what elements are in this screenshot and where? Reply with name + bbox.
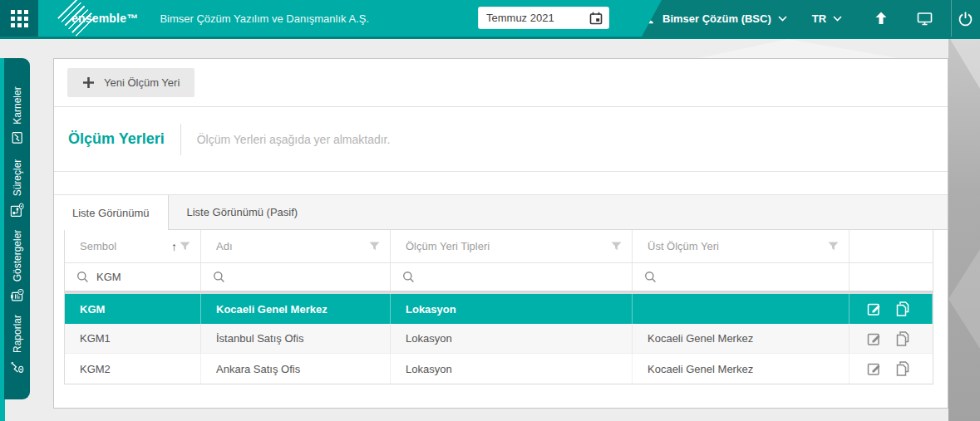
filter-cell-actions — [849, 263, 933, 291]
table-filter-row: KGM — [65, 263, 933, 291]
edit-button[interactable] — [866, 330, 883, 347]
grid-icon — [11, 10, 28, 27]
display-button[interactable] — [917, 12, 933, 26]
cell-tip: Lokasyon — [391, 324, 633, 353]
app-launcher-button[interactable] — [0, 0, 38, 37]
tab-liste-gorunumu[interactable]: Liste Görünümü — [54, 195, 169, 230]
column-header-olcum-yeri-tipleri[interactable]: Ölçüm Yeri Tipleri — [391, 230, 633, 262]
user-menu[interactable]: Bimser Çözüm (BSC) — [642, 12, 787, 26]
tabs-spacer — [54, 172, 948, 194]
sidebar-item-surecler[interactable]: Süreçler — [4, 152, 30, 223]
upload-button[interactable] — [874, 11, 889, 26]
header-underline — [0, 37, 980, 39]
tab-liste-gorunumu-pasif[interactable]: Liste Görünümü (Pasif) — [169, 195, 317, 229]
cell-adi: Kocaeli Genel Merkez — [201, 294, 391, 324]
top-header-bar: ensemble™ Bimser Çözüm Yazılım ve Danışm… — [0, 0, 980, 37]
cell-actions — [849, 294, 933, 324]
table-header-row: Sembol ↑ Adı Ölçüm Yeri Tipleri — [65, 230, 933, 263]
period-date-picker[interactable]: Temmuz 2021 — [478, 7, 609, 29]
column-label: Sembol — [80, 240, 171, 252]
karneler-icon — [11, 131, 24, 144]
user-menu-label: Bimser Çözüm (BSC) — [662, 12, 771, 25]
copy-icon — [895, 360, 910, 377]
language-selector[interactable]: TR — [812, 12, 842, 25]
cell-actions — [849, 324, 933, 353]
company-name: Bimser Çözüm Yazılım ve Danışmanlık A.Ş. — [160, 12, 369, 25]
cell-actions — [849, 354, 933, 384]
search-icon — [213, 271, 225, 283]
content-card: Yeni Ölçüm Yeri Ölçüm Yerleri Ölçüm Yerl… — [53, 58, 948, 409]
title-divider — [180, 124, 181, 155]
filter-input-adi[interactable] — [201, 263, 391, 291]
date-picker-value: Temmuz 2021 — [486, 12, 589, 24]
copy-icon — [895, 330, 910, 347]
cell-sembol: KGM2 — [65, 354, 201, 384]
logout-button[interactable] — [952, 0, 980, 37]
search-icon — [76, 271, 89, 283]
copy-button[interactable] — [895, 360, 910, 377]
edit-button[interactable] — [866, 360, 883, 377]
filter-input-sembol[interactable]: KGM — [65, 263, 201, 291]
column-label: Ölçüm Yeri Tipleri — [406, 240, 611, 252]
table-row[interactable]: KGM2 Ankara Satış Ofis Lokasyon Kocaeli … — [65, 354, 933, 384]
cell-tip: Lokasyon — [391, 294, 633, 324]
new-measurement-place-button[interactable]: Yeni Ölçüm Yeri — [67, 68, 195, 97]
cell-ust — [633, 294, 849, 324]
table-row[interactable]: KGM Kocaeli Genel Merkez Lokasyon — [65, 294, 933, 324]
sidebar-item-label: Süreçler — [12, 159, 23, 196]
language-label: TR — [812, 12, 826, 25]
cell-ust: Kocaeli Genel Merkez — [633, 354, 849, 384]
cell-adi: Ankara Satış Ofis — [201, 354, 391, 384]
raporlar-icon — [10, 360, 24, 374]
copy-button[interactable] — [895, 301, 910, 317]
copy-button[interactable] — [895, 330, 910, 347]
background-facet — [948, 39, 980, 421]
table-row[interactable]: KGM1 İstanbul Satış Ofis Lokasyon Kocael… — [65, 324, 933, 354]
filter-icon[interactable] — [369, 242, 380, 251]
tab-strip: Liste Görünümü Liste Görünümü (Pasif) — [54, 194, 948, 230]
sidebar-item-gostergeler[interactable]: Göstergeler — [4, 224, 30, 307]
sidebar-item-label: Raporlar — [12, 314, 23, 352]
search-icon — [402, 271, 415, 283]
page-subtitle: Ölçüm Yerleri aşağıda yer almaktadır. — [197, 133, 391, 146]
background-facet — [698, 39, 898, 58]
header-right-section: Bimser Çözüm (BSC) TR — [642, 0, 980, 37]
ensemble-logo: ensemble™ — [63, 0, 138, 37]
column-header-sembol[interactable]: Sembol ↑ — [65, 230, 201, 262]
app-root: ensemble™ Bimser Çözüm Yazılım ve Danışm… — [0, 0, 980, 421]
column-label: Üst Ölçüm Yeri — [648, 240, 828, 252]
cell-tip: Lokasyon — [391, 354, 633, 384]
sidebar: Karneler Süreçler — [4, 58, 30, 399]
filter-icon[interactable] — [180, 242, 190, 251]
logo-text: ensemble™ — [71, 12, 138, 25]
column-label: Adı — [216, 240, 369, 252]
plus-icon — [82, 76, 95, 89]
edit-button[interactable] — [866, 301, 883, 317]
edit-icon — [866, 360, 883, 377]
sidebar-item-karneler[interactable]: Karneler — [4, 80, 30, 151]
filter-icon[interactable] — [828, 242, 839, 251]
filter-input-ust[interactable] — [633, 263, 849, 291]
monitor-icon — [917, 12, 933, 26]
filter-input-tip[interactable] — [391, 263, 633, 291]
column-header-adi[interactable]: Adı — [201, 230, 391, 262]
title-row: Ölçüm Yerleri Ölçüm Yerleri aşağıda yer … — [54, 107, 948, 172]
page-title: Ölçüm Yerleri — [68, 130, 165, 148]
filter-value: KGM — [96, 271, 121, 283]
gostergeler-icon — [10, 288, 24, 302]
search-icon — [644, 271, 657, 283]
column-header-ust-olcum-yeri[interactable]: Üst Ölçüm Yeri — [633, 230, 849, 262]
cell-ust: Kocaeli Genel Merkez — [633, 324, 849, 353]
column-header-actions — [849, 230, 933, 262]
chevron-down-icon — [833, 16, 842, 22]
power-icon — [958, 11, 973, 27]
cell-sembol: KGM — [65, 294, 201, 324]
edit-icon — [866, 301, 883, 317]
cell-sembol: KGM1 — [65, 324, 201, 353]
sidebar-item-raporlar[interactable]: Raporlar — [4, 308, 30, 379]
tab-label: Liste Görünümü (Pasif) — [187, 206, 298, 218]
measurement-places-table: Sembol ↑ Adı Ölçüm Yeri Tipleri — [64, 230, 933, 384]
toolbar: Yeni Ölçüm Yeri — [54, 59, 948, 107]
filter-icon[interactable] — [611, 242, 622, 251]
sort-asc-icon: ↑ — [171, 240, 177, 253]
